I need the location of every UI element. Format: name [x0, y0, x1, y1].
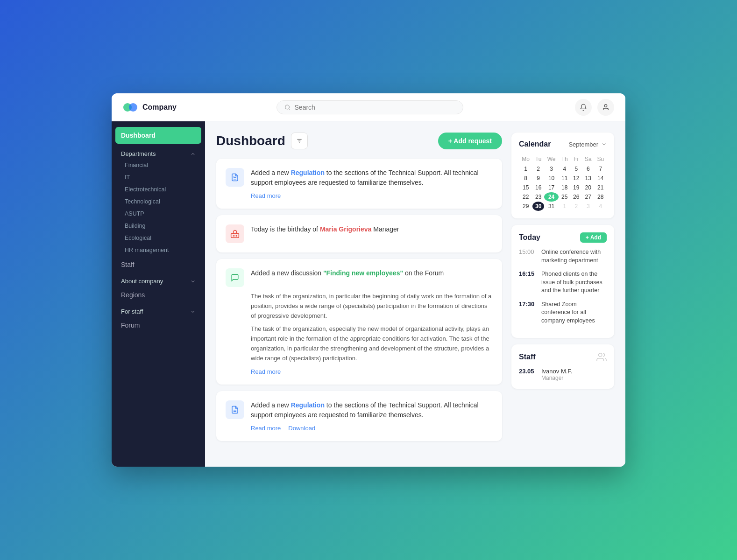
sidebar-section-forstaff[interactable]: For staff — [112, 303, 205, 317]
cal-header-fr: Fr — [570, 154, 582, 164]
search-input[interactable] — [295, 104, 456, 111]
calendar-day[interactable]: 5 — [570, 164, 582, 174]
cal-header-we: We — [544, 154, 559, 164]
calendar-day[interactable]: 6 — [582, 164, 594, 174]
sidebar-sub-item-hr[interactable]: HR management — [112, 244, 205, 256]
today-title: Today — [519, 233, 540, 242]
calendar-day[interactable]: 24 — [544, 192, 559, 202]
calendar-day[interactable]: 8 — [519, 174, 532, 183]
calendar-day[interactable]: 29 — [519, 202, 532, 211]
calendar-table: Mo Tu We Th Fr Sa Su 1234567891011121314… — [519, 154, 607, 211]
feed-card-3-body1: The task of the organization, in particu… — [226, 292, 493, 321]
today-event-1: 15:00 Online conference with marketing d… — [519, 248, 607, 265]
calendar-day[interactable]: 10 — [544, 174, 559, 183]
feed-icon-1 — [226, 168, 244, 187]
feed-card-4-text: Added a new Regulation to the sections o… — [251, 400, 493, 420]
search-bar[interactable] — [276, 100, 463, 114]
feed-1-regulation-link[interactable]: Regulation — [291, 169, 325, 176]
sidebar-sub-item-electrotechnical[interactable]: Electrotechnical — [112, 183, 205, 196]
staff-member-date: 23.05 — [519, 368, 537, 381]
calendar-day[interactable]: 16 — [532, 183, 544, 192]
chevron-down-calendar-icon — [601, 141, 607, 147]
calendar-day[interactable]: 13 — [582, 174, 594, 183]
chevron-down-icon — [190, 279, 196, 284]
svg-point-1 — [129, 103, 137, 112]
calendar-day[interactable]: 19 — [570, 183, 582, 192]
sidebar-sub-item-it[interactable]: IT — [112, 171, 205, 183]
calendar-day[interactable]: 1 — [559, 202, 571, 211]
calendar-day[interactable]: 21 — [595, 183, 607, 192]
sidebar-sub-item-technological[interactable]: Technological — [112, 196, 205, 208]
calendar-day[interactable]: 3 — [582, 202, 594, 211]
event-3-time: 17:30 — [519, 301, 537, 325]
calendar-day[interactable]: 9 — [532, 174, 544, 183]
calendar-day[interactable]: 28 — [595, 192, 607, 202]
feed-4-read-more-link[interactable]: Read more — [251, 425, 281, 432]
filter-button[interactable] — [291, 133, 308, 149]
feed-card-1-text: Added a new Regulation to the sections o… — [251, 168, 493, 188]
birthday-icon — [230, 229, 240, 238]
calendar-day[interactable]: 25 — [559, 192, 571, 202]
chat-icon — [231, 273, 239, 282]
feed-card-regulation-2: Added a new Regulation to the sections o… — [216, 391, 502, 441]
calendar-day[interactable]: 4 — [559, 164, 571, 174]
sidebar-item-regions[interactable]: Regions — [112, 287, 205, 303]
feed-3-read-more-link[interactable]: Read more — [251, 368, 281, 375]
sidebar-section-about[interactable]: About company — [112, 273, 205, 287]
calendar-day[interactable]: 20 — [582, 183, 594, 192]
calendar-day[interactable]: 7 — [595, 164, 607, 174]
calendar-day[interactable]: 14 — [595, 174, 607, 183]
calendar-day[interactable]: 12 — [570, 174, 582, 183]
sidebar-item-forum[interactable]: Forum — [112, 317, 205, 334]
feed-2-person-link[interactable]: Maria Grigorieva — [320, 225, 372, 233]
cal-header-sa: Sa — [582, 154, 594, 164]
feed-4-regulation-link[interactable]: Regulation — [291, 401, 325, 409]
user-profile-button[interactable] — [597, 99, 614, 116]
event-3-desc: Shared Zoom conference for all company e… — [541, 301, 607, 325]
sidebar-item-dashboard[interactable]: Dushboard — [115, 127, 201, 144]
sidebar-sub-item-asutp[interactable]: ASUTP — [112, 208, 205, 220]
month-selector[interactable]: September — [568, 141, 607, 148]
feed-card-regulation-1: Added a new Regulation to the sections o… — [216, 159, 502, 209]
feed-card-3-actions: Read more — [226, 368, 493, 375]
feed-card-4-actions: Read more Download — [226, 425, 493, 432]
staff-item-1: 23.05 Ivanov M.F. Manager — [519, 368, 607, 381]
calendar-day[interactable]: 3 — [544, 164, 559, 174]
add-request-button[interactable]: + Add request — [438, 133, 502, 149]
sidebar-item-staff[interactable]: Staff — [112, 256, 205, 273]
notifications-button[interactable] — [575, 99, 592, 116]
calendar-day[interactable]: 27 — [582, 192, 594, 202]
staff-header: Staff — [519, 352, 607, 362]
cal-header-th: Th — [559, 154, 571, 164]
calendar-day[interactable]: 17 — [544, 183, 559, 192]
today-add-button[interactable]: + Add — [580, 232, 607, 243]
feed-3-discussion-link[interactable]: "Finding new employees" — [323, 269, 403, 277]
calendar-day[interactable]: 23 — [532, 192, 544, 202]
calendar-day[interactable]: 2 — [570, 202, 582, 211]
feed-card-birthday: Today is the birthday of Maria Grigoriev… — [216, 215, 502, 252]
calendar-day[interactable]: 31 — [544, 202, 559, 211]
calendar-day[interactable]: 11 — [559, 174, 571, 183]
calendar-day[interactable]: 15 — [519, 183, 532, 192]
search-icon — [284, 104, 291, 111]
sidebar-section-departments[interactable]: Departments — [112, 146, 205, 159]
document-icon-2 — [231, 406, 239, 414]
event-2-desc: Phoned clients on the issue of bulk purc… — [541, 270, 607, 295]
staff-panel: Staff 23.05 Ivanov M.F. Manager — [511, 344, 614, 389]
calendar-day[interactable]: 18 — [559, 183, 571, 192]
document-icon — [231, 173, 239, 182]
calendar-day[interactable]: 30 — [532, 202, 544, 211]
calendar-day[interactable]: 4 — [595, 202, 607, 211]
logo-area: Company — [123, 100, 216, 115]
calendar-day[interactable]: 22 — [519, 192, 532, 202]
feed-4-download-link[interactable]: Download — [288, 425, 315, 432]
cal-header-mo: Mo — [519, 154, 532, 164]
sidebar-sub-item-building[interactable]: Building — [112, 220, 205, 232]
feed-1-read-more-link[interactable]: Read more — [251, 192, 281, 199]
sidebar-sub-item-ecological[interactable]: Ecological — [112, 232, 205, 244]
calendar-day[interactable]: 1 — [519, 164, 532, 174]
calendar-day[interactable]: 26 — [570, 192, 582, 202]
user-icon — [602, 104, 609, 111]
sidebar-sub-item-financial[interactable]: Financial — [112, 159, 205, 171]
calendar-day[interactable]: 2 — [532, 164, 544, 174]
